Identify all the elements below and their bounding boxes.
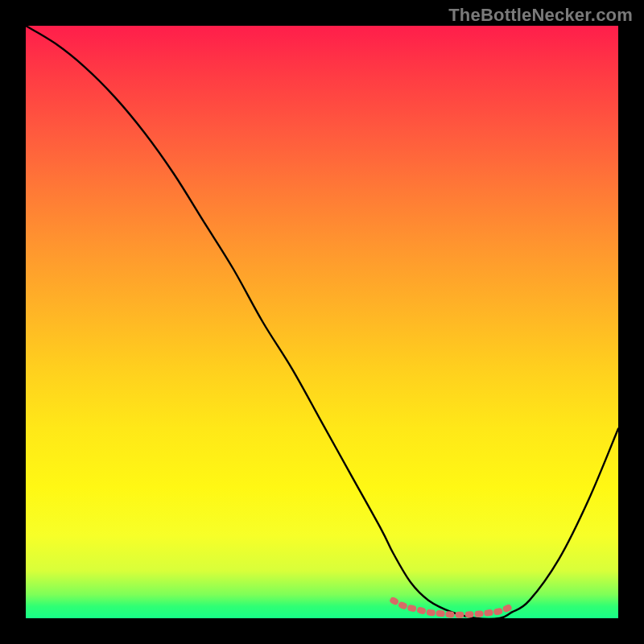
watermark-text: TheBottleNecker.com [448, 5, 633, 26]
optimal-flat-region [393, 601, 511, 615]
plot-area [26, 26, 618, 618]
curve-layer [26, 26, 618, 618]
chart-container: TheBottleNecker.com [0, 0, 644, 644]
bottleneck-curve [26, 26, 618, 619]
